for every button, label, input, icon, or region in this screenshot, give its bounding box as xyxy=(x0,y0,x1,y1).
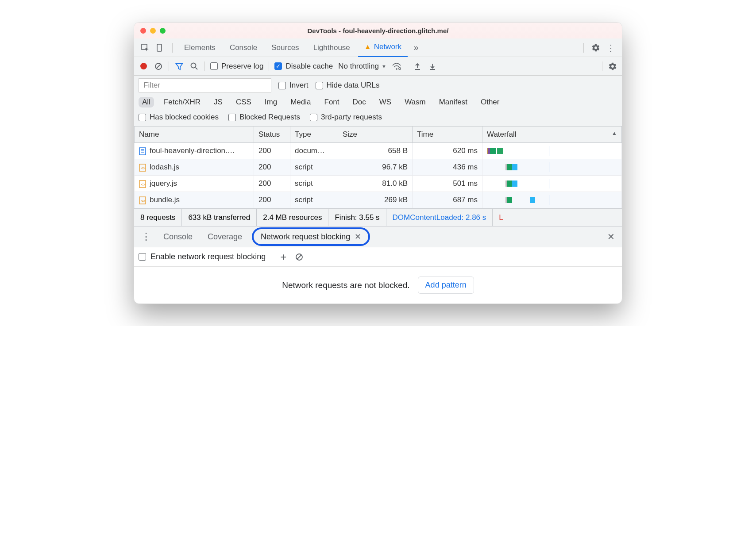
table-row[interactable]: foul-heavenly-direction.… 200 docum… 658… xyxy=(135,143,622,159)
filter-type-js[interactable]: JS xyxy=(210,97,226,108)
summary-finish: Finish: 3.55 s xyxy=(328,209,386,226)
cell-status: 200 xyxy=(254,143,290,159)
cell-size: 658 B xyxy=(338,143,413,159)
type-filter-row: All Fetch/XHR JS CSS Img Media Font Doc … xyxy=(134,94,622,110)
hide-data-urls-checkbox[interactable]: Hide data URLs xyxy=(316,81,380,90)
cell-type: script xyxy=(290,159,338,176)
tab-network-label: Network xyxy=(374,42,401,51)
tab-lighthouse[interactable]: Lighthouse xyxy=(307,38,356,57)
tab-console[interactable]: Console xyxy=(224,38,263,57)
enable-blocking-checkbox[interactable]: Enable network request blocking xyxy=(139,252,266,261)
summary-dcl: DOMContentLoaded: 2.86 s xyxy=(386,209,493,226)
col-size[interactable]: Size xyxy=(338,127,413,143)
document-icon xyxy=(139,147,146,155)
filter-type-manifest[interactable]: Manifest xyxy=(436,97,471,108)
filter-type-ws[interactable]: WS xyxy=(376,97,395,108)
search-icon[interactable] xyxy=(189,61,199,71)
col-waterfall[interactable]: Waterfall▲ xyxy=(482,127,622,143)
summary-requests: 8 requests xyxy=(134,209,182,226)
summary-resources: 2.4 MB resources xyxy=(257,209,328,226)
summary-load: L xyxy=(493,209,509,226)
table-row[interactable]: <>lodash.js 200 script 96.7 kB 436 ms xyxy=(135,159,622,176)
drawer-tab-coverage[interactable]: Coverage xyxy=(202,230,247,243)
network-conditions-icon[interactable] xyxy=(392,61,401,71)
add-pattern-icon[interactable]: + xyxy=(278,252,288,262)
col-status[interactable]: Status xyxy=(254,127,290,143)
device-toolbar-icon[interactable] xyxy=(154,41,167,54)
svg-rect-10 xyxy=(139,148,146,155)
download-har-icon[interactable] xyxy=(428,61,437,71)
drawer-tab-network-request-blocking[interactable]: Network request blocking ✕ xyxy=(252,227,370,246)
tab-elements[interactable]: Elements xyxy=(178,38,222,57)
summary-transferred: 633 kB transferred xyxy=(182,209,257,226)
filter-type-fetch[interactable]: Fetch/XHR xyxy=(160,97,204,108)
blocking-toolbar: Enable network request blocking + xyxy=(134,247,622,267)
script-icon: <> xyxy=(139,180,146,188)
blocked-requests-checkbox[interactable]: Blocked Requests xyxy=(228,113,300,122)
svg-text:<>: <> xyxy=(141,166,146,170)
clear-patterns-icon[interactable] xyxy=(294,252,304,262)
filter-input[interactable] xyxy=(139,78,271,92)
kebab-menu-icon[interactable]: ⋮ xyxy=(604,41,617,54)
add-pattern-button[interactable]: Add pattern xyxy=(418,276,474,294)
tab-network[interactable]: ▲ Network xyxy=(358,38,408,57)
cell-time: 620 ms xyxy=(413,143,482,159)
has-blocked-cookies-checkbox[interactable]: Has blocked cookies xyxy=(139,113,219,122)
main-tabs: Elements Console Sources Lighthouse ▲ Ne… xyxy=(134,38,622,57)
close-drawer-icon[interactable]: ✕ xyxy=(605,231,617,242)
cell-time: 687 ms xyxy=(413,192,482,208)
filter-type-wasm[interactable]: Wasm xyxy=(401,97,429,108)
filter-type-other[interactable]: Other xyxy=(477,97,503,108)
col-time[interactable]: Time xyxy=(413,127,482,143)
blocking-empty-state: Network requests are not blocked. Add pa… xyxy=(134,267,622,303)
cell-size: 81.0 kB xyxy=(338,176,413,192)
col-name[interactable]: Name xyxy=(135,127,254,143)
extra-filters-row: Has blocked cookies Blocked Requests 3rd… xyxy=(134,110,622,127)
throttling-dropdown[interactable]: No throttling ▼ xyxy=(338,62,386,71)
filter-type-doc[interactable]: Doc xyxy=(349,97,370,108)
disable-cache-checkbox[interactable]: ✓Disable cache xyxy=(274,62,333,71)
more-tabs-icon[interactable]: » xyxy=(409,41,423,54)
clear-icon[interactable] xyxy=(154,61,163,71)
col-type[interactable]: Type xyxy=(290,127,338,143)
filter-type-media[interactable]: Media xyxy=(287,97,314,108)
table-row[interactable]: <>bundle.js 200 script 269 kB 687 ms xyxy=(135,192,622,208)
upload-har-icon[interactable] xyxy=(413,61,422,71)
invert-checkbox[interactable]: Invert xyxy=(278,81,309,90)
record-button[interactable] xyxy=(139,61,148,71)
third-party-checkbox[interactable]: 3rd-party requests xyxy=(310,113,382,122)
cell-type: script xyxy=(290,192,338,208)
filter-type-css[interactable]: CSS xyxy=(232,97,255,108)
svg-point-4 xyxy=(191,63,196,68)
blocking-empty-message: Network requests are not blocked. xyxy=(282,280,409,290)
svg-line-5 xyxy=(196,67,198,69)
cell-name: foul-heavenly-direction.… xyxy=(135,143,254,159)
svg-text:<>: <> xyxy=(141,182,146,187)
cell-status: 200 xyxy=(254,176,290,192)
cell-type: script xyxy=(290,176,338,192)
svg-point-7 xyxy=(399,67,401,69)
cell-type: docum… xyxy=(290,143,338,159)
cell-name: <>lodash.js xyxy=(135,159,254,176)
filter-icon[interactable] xyxy=(174,61,184,71)
filter-type-all[interactable]: All xyxy=(139,97,154,108)
inspect-element-icon[interactable] xyxy=(139,41,152,54)
filter-type-font[interactable]: Font xyxy=(321,97,343,108)
devtools-window: DevTools - foul-heavenly-direction.glitc… xyxy=(134,22,622,304)
svg-line-3 xyxy=(156,64,161,69)
preserve-log-checkbox[interactable]: Preserve log xyxy=(210,62,263,71)
divider xyxy=(583,43,584,53)
drawer-tabs: ⋮ Console Coverage Network request block… xyxy=(134,226,622,247)
table-row[interactable]: <>jquery.js 200 script 81.0 kB 501 ms xyxy=(135,176,622,192)
network-settings-icon[interactable] xyxy=(608,61,617,71)
svg-point-6 xyxy=(396,68,397,70)
sort-asc-icon: ▲ xyxy=(612,130,617,136)
settings-icon[interactable] xyxy=(589,41,602,54)
close-tab-icon[interactable]: ✕ xyxy=(355,232,361,242)
drawer-kebab-icon[interactable]: ⋮ xyxy=(139,231,154,242)
cell-size: 269 kB xyxy=(338,192,413,208)
network-toolbar: Preserve log ✓Disable cache No throttlin… xyxy=(134,57,622,76)
tab-sources[interactable]: Sources xyxy=(265,38,305,57)
filter-type-img[interactable]: Img xyxy=(261,97,281,108)
drawer-tab-console[interactable]: Console xyxy=(158,230,198,243)
